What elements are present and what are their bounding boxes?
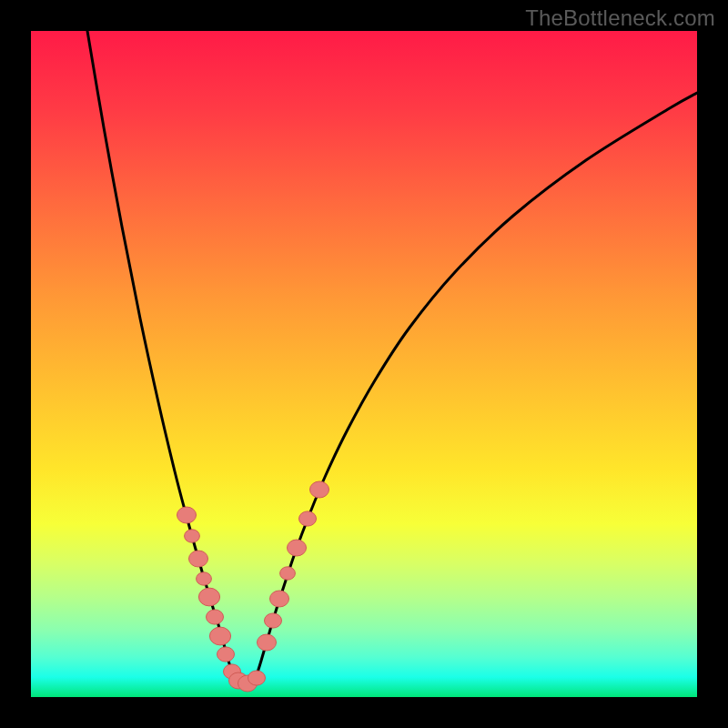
plot-area	[31, 31, 697, 697]
bead-left-6	[209, 627, 230, 645]
bead-right-6	[310, 481, 329, 498]
bead-left-3	[197, 572, 212, 585]
beads-group	[177, 481, 329, 692]
bead-trough-3	[248, 671, 266, 685]
bead-right-3	[280, 567, 296, 580]
bead-left-4	[198, 588, 219, 606]
watermark-text: TheBottleneck.com	[525, 5, 715, 31]
bottleneck-curve	[87, 31, 697, 684]
outer-frame: TheBottleneck.com	[0, 0, 728, 728]
bead-right-0	[258, 634, 277, 651]
bead-right-1	[265, 613, 282, 628]
bead-right-2	[270, 591, 289, 607]
curve-svg	[31, 31, 697, 697]
bead-left-1	[185, 530, 200, 542]
bead-right-5	[299, 511, 317, 526]
bead-left-5	[207, 610, 224, 624]
curve-group	[87, 31, 697, 684]
bead-right-4	[288, 540, 307, 556]
bead-left-0	[177, 507, 197, 523]
bead-left-7	[217, 647, 235, 662]
bead-left-2	[189, 551, 208, 567]
